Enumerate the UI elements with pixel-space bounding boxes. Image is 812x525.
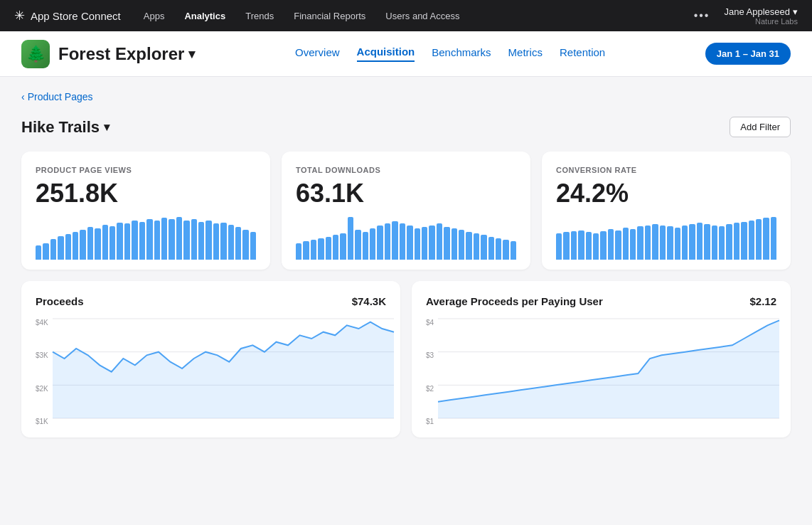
bar bbox=[363, 232, 368, 260]
line-card-title-0: Proceeds bbox=[36, 295, 84, 307]
tab-benchmarks[interactable]: Benchmarks bbox=[432, 46, 491, 61]
add-filter-button[interactable]: Add Filter bbox=[730, 117, 791, 137]
tab-acquisition[interactable]: Acquisition bbox=[357, 46, 415, 62]
date-range-button[interactable]: Jan 1 – Jan 31 bbox=[705, 43, 791, 65]
bar bbox=[213, 223, 219, 260]
bar bbox=[771, 217, 776, 260]
bar bbox=[645, 226, 651, 260]
bar bbox=[734, 223, 739, 260]
bar bbox=[250, 232, 256, 260]
app-header: 🌲 Forest Explorer ▾ Overview Acquisition… bbox=[0, 31, 812, 77]
user-chevron-icon: ▾ bbox=[793, 6, 798, 17]
nav-apps[interactable]: Apps bbox=[144, 11, 165, 21]
bar bbox=[682, 226, 688, 260]
nav-more-button[interactable]: ••• bbox=[694, 9, 710, 22]
section-title[interactable]: Hike Trails ▾ bbox=[21, 118, 109, 137]
bar bbox=[87, 227, 93, 260]
bar bbox=[370, 228, 375, 260]
bar bbox=[704, 224, 710, 260]
line-cards-row: Proceeds$74.3K$4K$3K$2K$1KAverage Procee… bbox=[21, 281, 791, 438]
y-label: $1K bbox=[36, 418, 48, 425]
tab-overview[interactable]: Overview bbox=[295, 46, 340, 61]
y-label: $4 bbox=[426, 319, 434, 327]
bar bbox=[578, 230, 584, 260]
user-menu[interactable]: Jane Appleseed ▾ Nature Labs bbox=[724, 6, 798, 26]
y-labels-0: $4K$3K$2K$1K bbox=[36, 319, 53, 425]
nav-financial[interactable]: Financial Reports bbox=[294, 11, 365, 21]
line-card-avg-proceeds[interactable]: Average Proceeds per Paying User$2.12$4$… bbox=[412, 281, 791, 438]
bar bbox=[712, 226, 717, 260]
bar bbox=[348, 217, 353, 260]
bar bbox=[355, 230, 360, 260]
line-card-proceeds[interactable]: Proceeds$74.3K$4K$3K$2K$1K bbox=[21, 281, 400, 438]
tab-retention[interactable]: Retention bbox=[560, 46, 605, 61]
asc-icon: ✳ bbox=[14, 8, 25, 23]
bar bbox=[117, 223, 122, 260]
stat-value-1: 63.1K bbox=[296, 179, 516, 208]
app-icon: 🌲 bbox=[21, 40, 50, 68]
nav-users[interactable]: Users and Access bbox=[385, 11, 459, 21]
bar bbox=[205, 221, 211, 260]
bar bbox=[235, 227, 241, 260]
bar bbox=[73, 232, 78, 260]
brand-logo[interactable]: ✳ App Store Connect bbox=[14, 8, 121, 23]
stat-card-1[interactable]: TOTAL DOWNLOADS63.1K bbox=[282, 152, 530, 270]
bar bbox=[65, 234, 71, 260]
app-name-button[interactable]: Forest Explorer ▾ bbox=[58, 44, 195, 64]
bar bbox=[556, 233, 562, 260]
bar bbox=[326, 237, 331, 260]
breadcrumb[interactable]: ‹ Product Pages bbox=[21, 91, 791, 102]
bar bbox=[444, 227, 449, 260]
bar-chart-2 bbox=[556, 217, 776, 260]
bar bbox=[474, 233, 479, 260]
user-name-display: Jane Appleseed ▾ bbox=[724, 6, 798, 17]
main-content: ‹ Product Pages Hike Trails ▾ Add Filter… bbox=[0, 77, 812, 452]
bar bbox=[689, 224, 695, 260]
stat-card-2[interactable]: CONVERSION RATE24.2% bbox=[542, 152, 791, 270]
breadcrumb-label: Product Pages bbox=[28, 91, 93, 102]
y-label: $1 bbox=[426, 418, 434, 425]
bar bbox=[563, 232, 569, 260]
bar bbox=[763, 218, 769, 260]
bar bbox=[385, 223, 390, 260]
y-labels-1: $4$3$2$1 bbox=[426, 319, 438, 425]
bar bbox=[296, 243, 301, 260]
bar bbox=[407, 226, 412, 260]
bar bbox=[318, 238, 324, 260]
bar bbox=[756, 219, 762, 260]
bar bbox=[741, 222, 747, 260]
stat-cards-row: PRODUCT PAGE VIEWS251.8KTOTAL DOWNLOADS6… bbox=[21, 152, 791, 270]
stat-card-0[interactable]: PRODUCT PAGE VIEWS251.8K bbox=[21, 152, 270, 270]
bar bbox=[667, 226, 673, 260]
y-label: $2 bbox=[426, 385, 434, 393]
bar bbox=[311, 240, 316, 260]
bar bbox=[124, 223, 130, 260]
y-label: $4K bbox=[36, 319, 48, 327]
bar bbox=[303, 241, 309, 260]
line-card-title-1: Average Proceeds per Paying User bbox=[426, 295, 603, 307]
stat-label-1: TOTAL DOWNLOADS bbox=[296, 166, 516, 174]
bar bbox=[242, 230, 248, 260]
line-svg-0 bbox=[53, 319, 386, 425]
bar bbox=[452, 228, 457, 260]
bar bbox=[80, 230, 85, 260]
bar bbox=[593, 233, 599, 260]
bar-chart-1 bbox=[296, 217, 516, 260]
stat-label-0: PRODUCT PAGE VIEWS bbox=[36, 166, 256, 174]
bar bbox=[139, 222, 145, 260]
bar bbox=[652, 224, 658, 260]
nav-analytics[interactable]: Analytics bbox=[184, 11, 225, 21]
user-org-display: Nature Labs bbox=[724, 17, 798, 26]
bar bbox=[132, 221, 137, 260]
bar bbox=[615, 230, 621, 260]
sub-tabs: Overview Acquisition Benchmarks Metrics … bbox=[295, 46, 605, 62]
nav-trends[interactable]: Trends bbox=[245, 11, 274, 21]
tab-metrics[interactable]: Metrics bbox=[508, 46, 543, 61]
bar bbox=[176, 217, 182, 260]
bar bbox=[169, 219, 174, 260]
bar bbox=[719, 226, 725, 260]
bar bbox=[400, 223, 405, 260]
bar bbox=[146, 219, 152, 260]
app-name-chevron-icon: ▾ bbox=[188, 46, 195, 62]
bar bbox=[58, 236, 63, 260]
